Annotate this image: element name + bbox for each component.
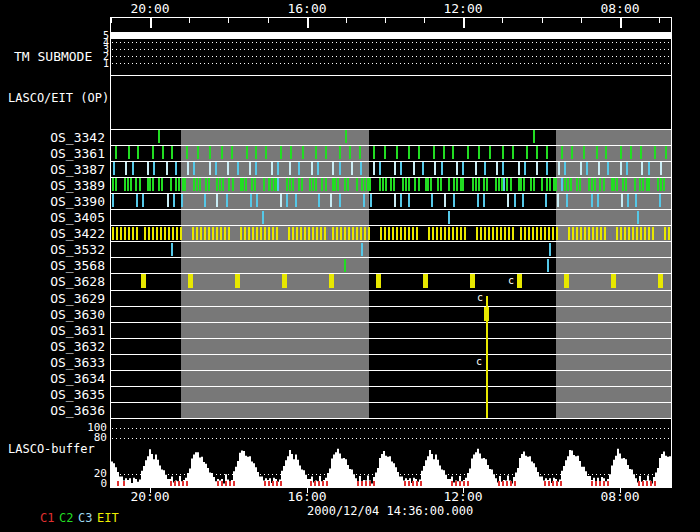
event-tick [594, 178, 596, 191]
legend-item-c1: C1 [40, 512, 54, 525]
annotation-c: c [508, 275, 514, 286]
event-tick [418, 146, 420, 159]
event-tick [475, 178, 477, 191]
buffer-red-mark [123, 481, 125, 486]
os-activity-bar [160, 227, 162, 240]
os-activity-bar [268, 227, 270, 240]
event-tick [408, 194, 410, 207]
event-tick [489, 146, 491, 159]
event-tick [579, 178, 581, 191]
os-activity-bar [436, 227, 438, 240]
event-tick [467, 146, 469, 159]
row-label: OS_3629 [20, 291, 105, 306]
time-axis-label-bottom: 20:00 [120, 490, 180, 504]
os-activity-bar [196, 227, 198, 240]
os-activity-bar [168, 227, 170, 240]
event-tick [596, 146, 598, 159]
event-tick [512, 146, 514, 159]
event-tick [591, 194, 593, 207]
event-tick [152, 146, 154, 159]
event-tick [588, 178, 590, 191]
event-tick [271, 178, 273, 191]
buffer-red-mark [221, 481, 223, 486]
os-activity-bar [644, 227, 646, 240]
time-axis-label-bottom: 08:00 [590, 490, 650, 504]
os-activity-bar [440, 227, 442, 240]
event-tick [219, 178, 221, 191]
event-tick [453, 194, 455, 207]
row-label: OS_3422 [20, 226, 105, 241]
event-tick [125, 162, 127, 175]
row-separator [110, 129, 672, 130]
os-activity-bar [324, 227, 326, 240]
lasco-buffer-label: LASCO-buffer [8, 443, 95, 456]
os-activity-bar [492, 227, 494, 240]
event-tick [430, 178, 432, 191]
event-tick [250, 194, 252, 207]
os-block [282, 274, 287, 288]
buffer-red-mark [591, 481, 593, 486]
os-activity-bar [368, 227, 370, 240]
buffer-red-mark [498, 481, 500, 486]
event-tick [130, 178, 132, 191]
buffer-red-mark [373, 481, 375, 486]
annotation-c: c [476, 356, 482, 367]
os-activity-bar [172, 227, 174, 240]
event-tick [363, 194, 365, 207]
os-activity-bar [220, 227, 222, 240]
event-tick [567, 178, 569, 191]
event-tick [498, 178, 500, 191]
event-tick [344, 178, 346, 191]
os-activity-bar [128, 227, 130, 240]
event-tick [659, 194, 661, 207]
event-tick [503, 178, 505, 191]
event-tick [382, 178, 384, 191]
os-activity-bar [444, 227, 446, 240]
event-tick [384, 146, 386, 159]
os-activity-bar [336, 227, 338, 240]
event-tick [613, 178, 615, 191]
os-activity-bar [288, 227, 290, 240]
event-tick [209, 162, 211, 175]
event-tick [152, 178, 154, 191]
event-tick [448, 178, 450, 191]
os-activity-bar [300, 227, 302, 240]
event-tick [663, 178, 665, 191]
time-axis-label-bottom: 12:00 [433, 490, 493, 504]
buffer-red-mark [603, 481, 605, 486]
os-activity-bar [580, 227, 582, 240]
os-activity-bar [264, 227, 266, 240]
os-activity-bar [176, 227, 178, 240]
event-tick [302, 146, 304, 159]
event-tick [286, 178, 288, 191]
buffer-red-mark [182, 481, 184, 486]
event-tick [422, 162, 424, 175]
event-tick [394, 194, 396, 207]
os-activity-bar [392, 227, 394, 240]
os-activity-bar [460, 227, 462, 240]
os-activity-bar [144, 227, 146, 240]
event-tick [255, 146, 257, 159]
os-block [470, 274, 475, 288]
os-activity-bar [320, 227, 322, 240]
event-tick [298, 162, 300, 175]
os-activity-bar [192, 227, 194, 240]
event-tick [215, 162, 217, 175]
event-tick [147, 162, 149, 175]
os-activity-bar [116, 227, 118, 240]
os-activity-bar [296, 227, 298, 240]
event-tick [295, 194, 297, 207]
event-tick [648, 162, 650, 175]
event-tick [344, 259, 346, 272]
os-activity-bar [548, 227, 550, 240]
os-activity-bar [416, 227, 418, 240]
os-activity-bar [508, 227, 510, 240]
event-tick [502, 162, 504, 175]
event-tick [359, 146, 361, 159]
event-tick [495, 178, 497, 191]
event-tick [237, 162, 239, 175]
event-tick [242, 178, 244, 191]
event-tick [142, 194, 144, 207]
row-separator [110, 193, 672, 194]
buffer-red-mark [365, 481, 367, 486]
